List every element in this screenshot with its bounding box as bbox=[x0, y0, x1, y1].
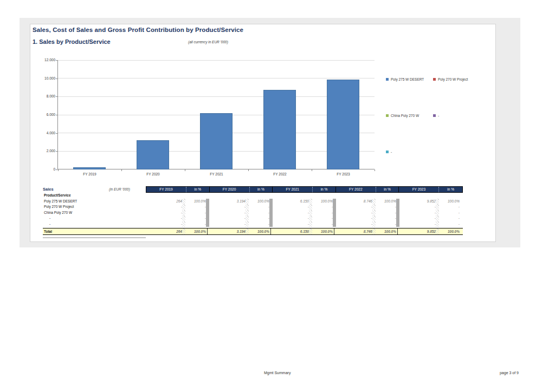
y-axis-tick-label: 12.000 bbox=[33, 58, 55, 62]
header-pct-label: in % bbox=[376, 187, 399, 192]
cell-percent: - bbox=[439, 215, 460, 221]
cell-percent: - bbox=[376, 215, 396, 221]
header-pct-label: in % bbox=[312, 187, 335, 192]
cell-percent: - bbox=[249, 204, 269, 210]
column-separator bbox=[460, 228, 463, 234]
x-axis-label: FY 2023 bbox=[312, 172, 375, 176]
chart-legend: Poly 275 W DESERTPoly 270 W ProjectChina… bbox=[386, 77, 494, 159]
cell-percent: 100.0% bbox=[439, 199, 460, 205]
footer-page-number: page 3 of 9 bbox=[500, 371, 519, 375]
x-axis-label: FY 2019 bbox=[58, 172, 121, 176]
legend-label: Poly 275 W DESERT bbox=[391, 77, 424, 81]
legend-item: - bbox=[386, 150, 392, 154]
cell-value: 264 bbox=[146, 228, 182, 234]
bar-fy-2021 bbox=[200, 113, 233, 169]
x-axis-label: FY 2022 bbox=[248, 172, 312, 176]
header-year-label: FY 2022 bbox=[336, 187, 376, 192]
page-title: Sales, Cost of Sales and Gross Profit Co… bbox=[33, 27, 243, 33]
x-axis-label: FY 2021 bbox=[185, 172, 248, 176]
section-title: 1. Sales by Product/Service bbox=[33, 38, 111, 45]
cell-percent: 100.0% bbox=[185, 228, 206, 234]
y-axis-tick-mark bbox=[56, 151, 57, 152]
table-header-row: FY 2019in %FY 2020in %FY 2021in %FY 2022… bbox=[146, 186, 463, 193]
cell-percent: 100.0% bbox=[249, 228, 269, 234]
cell-percent: - bbox=[376, 210, 396, 216]
header-year-label: FY 2020 bbox=[210, 187, 249, 192]
cell-value: - bbox=[336, 204, 372, 210]
cell-percent: 100.0% bbox=[185, 199, 206, 205]
cell-value: - bbox=[146, 204, 182, 210]
cell-percent: - bbox=[249, 215, 269, 221]
header-year-label: FY 2019 bbox=[146, 187, 186, 192]
cell-percent: - bbox=[185, 215, 206, 221]
cell-value: - bbox=[399, 210, 436, 216]
cell-value: 9.852 bbox=[399, 228, 436, 234]
header-year-group: FY 2020in % bbox=[210, 187, 273, 192]
x-axis-tick-mark bbox=[121, 169, 122, 171]
cell-percent: 100.0% bbox=[376, 199, 396, 205]
cell-value: - bbox=[209, 215, 246, 221]
header-year-group: FY 2021in % bbox=[273, 187, 336, 192]
legend-label: China Poly 270 W bbox=[391, 114, 419, 117]
header-year-group: FY 2023in % bbox=[399, 187, 462, 192]
cell-percent: 100.0% bbox=[249, 199, 269, 205]
legend-label: - bbox=[438, 114, 439, 117]
x-axis-label: FY 2020 bbox=[121, 172, 185, 176]
cell-value: - bbox=[399, 221, 436, 227]
cell-percent: - bbox=[312, 204, 333, 210]
row-label: China Poly 270 W bbox=[43, 210, 146, 216]
report-page: Sales, Cost of Sales and Gross Profit Co… bbox=[30, 24, 496, 242]
cell-value: - bbox=[146, 215, 182, 221]
y-axis-tick-label: 4.000 bbox=[33, 131, 55, 135]
cell-percent: - bbox=[312, 221, 333, 227]
cell-percent: - bbox=[376, 221, 396, 227]
legend-item: Poly 275 W DESERT bbox=[386, 77, 424, 81]
cell-percent: - bbox=[439, 204, 460, 210]
bar-fy-2022 bbox=[263, 90, 296, 169]
cell-percent: - bbox=[185, 221, 206, 227]
legend-swatch bbox=[433, 78, 436, 81]
cell-percent: - bbox=[312, 210, 333, 216]
table-title: Sales bbox=[43, 187, 54, 192]
y-axis-tick-mark bbox=[56, 96, 57, 97]
cell-value: - bbox=[336, 221, 372, 227]
section-label: Product/Service bbox=[43, 193, 146, 199]
cell-value: 264 bbox=[146, 199, 182, 205]
cell-value: - bbox=[273, 210, 309, 216]
footer-doc-label: Mgmt Summary bbox=[264, 371, 291, 375]
y-axis-tick-label: 6.000 bbox=[33, 113, 55, 116]
table-row: China Poly 270 W---------- bbox=[43, 210, 463, 216]
cell-value: - bbox=[336, 215, 372, 221]
cell-percent: 100.0% bbox=[376, 228, 396, 234]
cell-percent: - bbox=[376, 204, 396, 210]
cell-value: - bbox=[273, 221, 309, 227]
cell-value: - bbox=[399, 204, 436, 210]
cell-value: - bbox=[209, 204, 246, 210]
bar-fy-2019 bbox=[73, 167, 106, 169]
y-axis-tick-mark bbox=[56, 133, 57, 134]
cell-value: 8.746 bbox=[336, 199, 372, 205]
column-separator bbox=[460, 204, 463, 210]
cell-value: - bbox=[146, 221, 182, 227]
x-axis-tick-mark bbox=[185, 169, 185, 171]
viewer-background: Sales, Cost of Sales and Gross Profit Co… bbox=[20, 18, 520, 247]
x-axis-tick-mark bbox=[312, 169, 312, 171]
bar-fy-2020 bbox=[137, 140, 169, 169]
table-row: ----------- bbox=[43, 221, 463, 227]
header-year-label: FY 2023 bbox=[399, 187, 438, 192]
y-axis-tick-mark bbox=[56, 79, 57, 79]
table-row: ----------- bbox=[43, 215, 463, 221]
cell-percent: - bbox=[249, 210, 269, 216]
cell-percent: - bbox=[249, 221, 269, 227]
table-row: Poly 270 W Project---------- bbox=[43, 204, 463, 210]
table-body: Product/ServicePoly 275 W DESERT264100.0… bbox=[43, 193, 463, 227]
cell-percent: - bbox=[185, 204, 206, 210]
y-axis-tick-mark bbox=[56, 60, 57, 61]
cell-value: - bbox=[336, 210, 372, 216]
cell-percent: 100.0% bbox=[312, 199, 333, 205]
cell-value: - bbox=[209, 221, 246, 227]
legend-item: China Poly 270 W bbox=[386, 114, 419, 117]
column-separator bbox=[460, 210, 463, 216]
y-axis-tick-mark bbox=[56, 115, 57, 115]
cell-value: - bbox=[273, 215, 309, 221]
